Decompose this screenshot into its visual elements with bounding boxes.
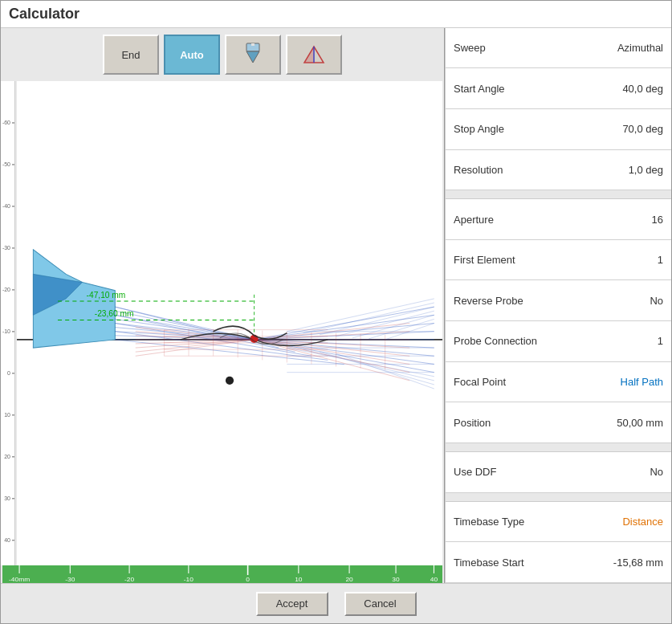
accept-button[interactable]: Accept [256,592,328,616]
svg-text:-30: -30 [2,245,10,251]
prop-label: Aperture [446,199,570,240]
svg-text:0: 0 [246,576,250,583]
svg-text:-10: -10 [184,576,194,583]
svg-text:40: 40 [4,537,10,544]
svg-text:20: 20 [345,576,353,583]
property-row[interactable]: Position50,00 mm [446,402,671,443]
svg-text:-23,60 mm: -23,60 mm [95,309,134,318]
prop-value: Azimuthal [570,28,671,68]
prop-value: 50,00 mm [570,402,671,443]
prop-value: 70,0 deg [570,108,671,149]
svg-text:30: 30 [392,576,400,583]
window-title: Calculator [9,6,79,22]
prop-label: First Element [446,239,570,280]
canvas-area: -47,10 mm -23,60 mm [17,81,442,565]
svg-text:20: 20 [4,454,10,460]
svg-text:-47,10 mm: -47,10 mm [87,291,126,300]
property-row[interactable]: SweepAzimuthal [446,28,671,68]
svg-text:-10: -10 [2,328,10,335]
svg-text:-40mm: -40mm [9,576,30,583]
property-row[interactable]: First Element1 [446,239,671,280]
angle-icon-button[interactable] [286,35,342,75]
svg-text:0: 0 [7,370,10,377]
svg-text:-20: -20 [2,287,10,293]
prop-label: Focal Point [446,361,570,402]
svg-text:-20: -20 [124,576,135,583]
prop-value: -15,68 mm [570,542,671,583]
main-window: Calculator End Auto [0,0,672,624]
separator-row [446,190,671,199]
left-panel: End Auto [1,28,445,583]
svg-text:10: 10 [4,412,10,418]
prop-value: 1,0 deg [570,149,671,190]
cancel-button[interactable]: Cancel [344,592,417,616]
svg-text:30: 30 [4,496,10,502]
prop-label: Use DDF [446,451,570,492]
probe-icon [238,40,267,69]
property-row[interactable]: Aperture16 [446,199,671,240]
svg-rect-6 [1,81,15,565]
canvas-with-ruler: -60 -50 -40 -30 -20 -10 0 [1,81,444,565]
horizontal-ruler: -40mm -30 -20 -10 0 10 20 30 40 [2,565,442,583]
visualization-svg: -47,10 mm -23,60 mm [17,81,442,565]
property-row[interactable]: Focal PointHalf Path [446,361,671,402]
bottom-bar: Accept Cancel [1,583,671,623]
svg-text:40: 40 [430,576,438,583]
right-panel: SweepAzimuthalStart Angle40,0 degStop An… [445,28,671,583]
separator-row [446,492,671,501]
prop-label: Reverse Probe [446,280,570,321]
property-row[interactable]: Stop Angle70,0 deg [446,108,671,149]
v-ruler-svg: -60 -50 -40 -30 -20 -10 0 [1,81,15,565]
prop-value: Half Path [570,361,671,402]
separator-row [446,443,671,451]
prop-label: Stop Angle [446,108,570,149]
svg-marker-1 [246,51,259,63]
properties-table: SweepAzimuthalStart Angle40,0 degStop An… [446,28,671,583]
prop-value: Distance [570,501,671,542]
main-content: End Auto [1,28,671,583]
prop-label: Sweep [446,28,570,68]
svg-text:-60: -60 [2,120,10,126]
scan-icon [299,40,328,69]
probe-icon-button[interactable] [225,35,281,75]
end-button[interactable]: End [103,35,159,75]
property-row[interactable]: Resolution1,0 deg [446,149,671,190]
prop-value: 1 [570,321,671,362]
prop-label: Position [446,402,570,443]
prop-value: No [570,451,671,492]
property-row[interactable]: Use DDFNo [446,451,671,492]
prop-label: Probe Connection [446,321,570,362]
svg-text:-40: -40 [2,203,10,210]
prop-label: Timebase Type [446,501,570,542]
svg-text:-50: -50 [2,161,10,168]
prop-label: Timebase Start [446,542,570,583]
prop-value: 40,0 deg [570,68,671,109]
prop-value: 1 [570,239,671,280]
svg-text:10: 10 [295,576,303,583]
prop-value: 16 [570,199,671,240]
toolbar: End Auto [1,28,444,81]
property-row[interactable]: Timebase Start-15,68 mm [446,542,671,583]
property-row[interactable]: Probe Connection1 [446,321,671,362]
svg-rect-2 [251,43,255,46]
prop-value: No [570,280,671,321]
h-ruler-svg: -40mm -30 -20 -10 0 10 20 30 40 [2,565,442,583]
prop-label: Start Angle [446,68,570,109]
title-bar: Calculator [1,1,671,28]
property-row[interactable]: Timebase TypeDistance [446,501,671,542]
vertical-ruler: -60 -50 -40 -30 -20 -10 0 [1,81,15,565]
svg-point-110 [226,377,234,385]
property-row[interactable]: Start Angle40,0 deg [446,68,671,109]
auto-button[interactable]: Auto [164,35,220,75]
svg-text:-30: -30 [65,576,75,583]
property-row[interactable]: Reverse ProbeNo [446,280,671,321]
prop-label: Resolution [446,149,570,190]
